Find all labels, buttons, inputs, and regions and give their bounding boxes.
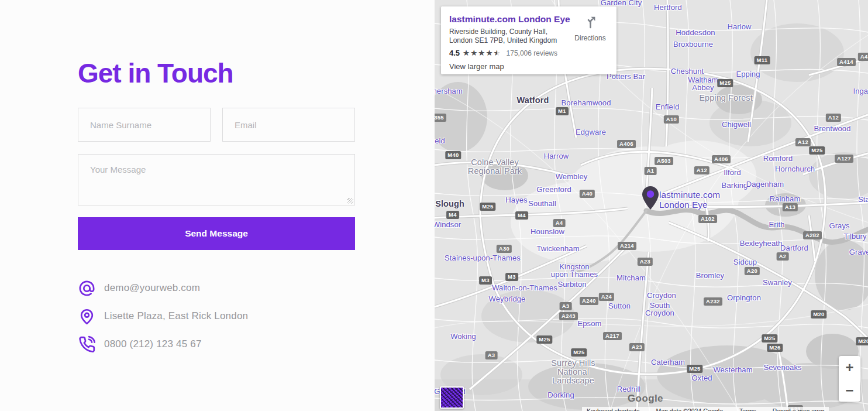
map-town-label: Hertford [654,4,682,11]
map-town-label: Beaconsfield [435,137,445,145]
road-badge: A12 [826,114,841,122]
map-town-label: Staines-upon-Thames [445,254,521,262]
map-attribution-bar: Keyboard shortcuts Map data ©2024 Google… [582,407,829,411]
map-town-label: Amersham [435,87,463,95]
map-town-label: Brentwood [814,125,850,132]
reviews-count-link[interactable]: 175,006 reviews [507,49,557,57]
map-town-label: Dorking [547,391,574,399]
road-badge: A24 [599,293,614,301]
road-badge: A3 [485,351,498,359]
map-town-label: Woking [450,333,476,340]
email-input[interactable] [222,108,355,142]
report-error-link[interactable]: Report a map error [773,407,825,411]
road-badge: M25 [809,146,825,155]
star-rating: ★★★★★ ★★★★★ [463,49,501,57]
contact-address-text: Lisette Plaza, East Rick London [104,310,248,322]
road-badge: A282 [803,231,822,239]
map-town-label: Hornchurch [775,165,815,173]
road-badge: A10 [664,115,679,124]
rating-value: 4.5 [449,49,460,57]
map-town-label: Walton-on-Thames [492,284,557,292]
map-town-label: Chigwell [722,121,751,128]
map-marker-label: lastminute.com London Eye [659,190,720,210]
map-town-label: Southall [528,200,556,207]
map-town-label: Greenford [536,186,571,193]
map-town-label: Tilbury [843,232,866,240]
at-icon [78,279,96,297]
road-badge: M26 [767,344,783,352]
contact-info-email-row: demo@yourweb.com [78,274,248,302]
message-input[interactable] [78,154,355,206]
map-embed: Welwyn Garden CityHertfordHarlowHoddesdo… [435,0,868,411]
road-badge: A217 [603,332,622,340]
contact-phone-text: 0800 (212) 123 45 67 [104,338,202,350]
google-logo[interactable]: Google [628,393,663,405]
send-message-button[interactable]: Send Message [78,217,355,250]
road-badge: A40 [580,190,595,198]
map-info-card: lastminute.com London Eye Riverside Buil… [441,6,616,74]
road-badge: M25 [687,365,702,373]
map-town-label: Ilford [724,169,741,176]
map-town-label: Westerham [713,366,752,374]
map-town-label: Hayes [505,196,527,204]
road-badge: M20 [811,310,826,318]
road-badge: A4 [553,219,566,227]
map-town-label: Sevenoaks [763,364,801,371]
street-view-coverage-thumbnail[interactable] [440,386,464,409]
contact-section: Get in Touch Send Message demo@yourweb.c… [0,0,435,411]
directions-button[interactable]: Directions [569,15,612,42]
map-town-label: Barking [722,181,748,189]
map-town-label: Surbiton [557,280,586,288]
map-town-label: Caterham [651,358,685,366]
directions-label: Directions [569,34,612,42]
map-town-label: Edgware [576,128,606,136]
map-town-label: Gravesend [849,248,868,256]
road-badge: M1 [556,107,569,115]
map-town-label: Weybridge [489,295,526,303]
map-town-label: Windsor [435,221,461,228]
map-town-label: Welwyn Garden City [601,0,642,6]
zoom-out-button[interactable]: − [839,379,860,402]
map-town-label: Epsom [578,320,602,327]
map-town-label: Kingston upon Thames [551,263,598,278]
map-town-label: Dartford [780,244,808,252]
map-town-label: Croydon [647,292,676,299]
map-town-label: Swanley [763,279,792,286]
map-town-label: Erith [769,221,784,228]
map-town-label: Stanford [858,196,868,203]
rating-row: 4.5 ★★★★★ ★★★★★ 175,006 reviews [449,49,608,57]
road-badge: M25 [480,203,495,211]
name-input[interactable] [78,108,211,142]
map-town-label: Enfield [656,103,679,111]
map-town-label: Romford [763,155,793,162]
contact-info-address-row: Lisette Plaza, East Rick London [78,302,248,330]
road-badge: A406 [617,140,636,148]
map-town-label: Harlow [727,23,751,30]
map-town-label: Harrow [544,152,569,160]
road-badge: A41 [858,53,868,61]
road-badge: M20 [856,337,868,345]
road-badge: A12 [694,166,709,174]
road-badge: A243 [559,312,578,320]
road-badge: A503 [655,157,673,165]
road-badge: A2 [777,252,789,261]
road-badge: M3 [479,276,492,285]
map-town-label: Hoddesdon [676,29,715,36]
road-badge: M11 [755,56,770,64]
map-town-label: Sutton [608,302,631,310]
page-title: Get in Touch [78,57,233,89]
stars-fg: ★★★★★ [463,49,497,57]
road-badge: A102 [698,215,717,223]
view-larger-map-link[interactable]: View larger map [449,62,608,71]
road-badge: M40 [445,151,461,159]
map-data-text: Map data ©2024 Google [656,407,723,411]
marker-label-line1: lastminute.com [659,190,720,200]
road-badge: M25 [536,335,552,344]
road-badge: A232 [704,297,722,306]
road-badge: A23 [638,258,653,266]
keyboard-shortcuts-link[interactable]: Keyboard shortcuts [587,407,639,411]
map-marker-pin[interactable] [642,186,659,210]
terms-link[interactable]: Terms [739,407,756,411]
map-town-label: Bexleyheath [740,239,783,247]
zoom-in-button[interactable]: + [839,356,860,379]
